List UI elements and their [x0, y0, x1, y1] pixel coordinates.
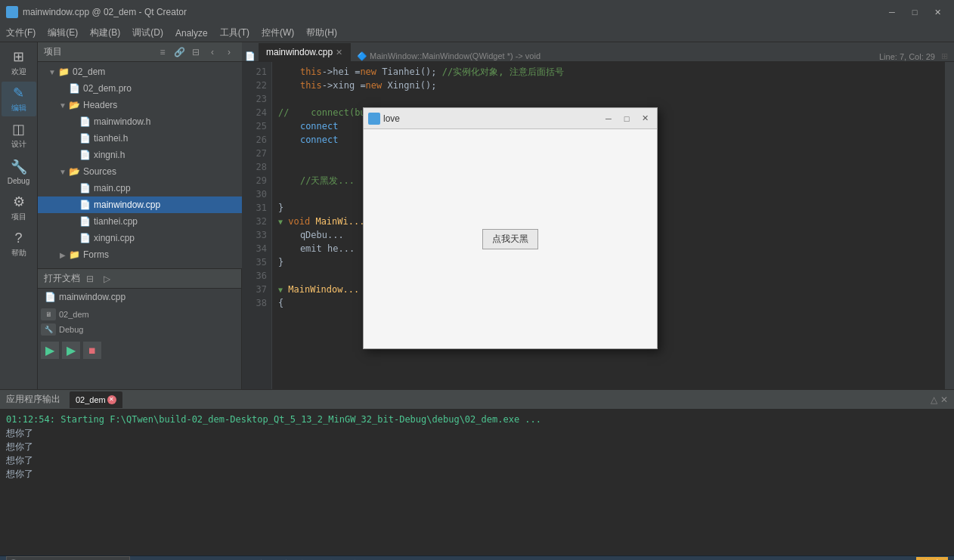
minimize-button[interactable]: ─ — [881, 5, 903, 20]
code-line-22: this->xing =new Xingni(); — [278, 79, 437, 92]
bottom-tab-close-icon[interactable]: ✕ — [107, 395, 116, 404]
tree-item-label: xingni.h — [94, 150, 125, 160]
open-doc-label: mainwindow.cpp — [59, 292, 125, 302]
close-button[interactable]: ✕ — [927, 5, 948, 20]
tree-item-pro[interactable]: 📄 02_dem.pro — [38, 80, 242, 97]
editor-area: 📄 mainwindow.cpp ✕ 🔷 MainWindow::MainWin… — [242, 42, 954, 389]
bottom-tab-label: 02_dem — [76, 395, 106, 404]
nav-back-btn[interactable]: ‹ — [206, 45, 219, 59]
tree-item-label: mainwindow.h — [94, 116, 150, 127]
h-file-icon: 📄 — [79, 116, 91, 128]
cpp-file-icon: 📄 — [79, 232, 91, 244]
code-line-29: //天黑发... — [278, 174, 355, 187]
bottom-panel-close-btn[interactable]: ✕ — [940, 394, 948, 405]
sidebar-icons: ⊞ 欢迎 ✎ 编辑 ◫ 设计 🔧 Debug ⚙ 项目 ? 帮助 — [0, 42, 38, 389]
run-button[interactable]: ▶ — [41, 342, 59, 359]
vertical-scrollbar[interactable] — [945, 62, 954, 389]
tree-arrow: ▼ — [57, 101, 68, 110]
window-title: mainwindow.cpp @ 02_dem - Qt Creator — [23, 7, 881, 17]
editor-tab-mainwindow[interactable]: mainwindow.cpp ✕ — [259, 43, 351, 61]
dialog-minimize-btn[interactable]: ─ — [601, 112, 616, 125]
tree-item-forms[interactable]: ▶ 📁 Forms — [38, 246, 242, 263]
tree-item-xingni-h[interactable]: 📄 xingni.h — [38, 147, 242, 163]
output-line-3: 想你了 — [6, 440, 948, 453]
tab-bar-icon: 📄 — [245, 51, 256, 61]
sidebar-debug[interactable]: 🔧 Debug — [2, 154, 36, 189]
sidebar-welcome[interactable]: ⊞ 欢迎 — [2, 45, 36, 80]
open-doc-item-mainwindow[interactable]: 📄 mainwindow.cpp — [38, 289, 241, 305]
menu-controls[interactable]: 控件(W) — [256, 24, 300, 42]
nav-fwd-btn[interactable]: › — [222, 45, 236, 59]
cursor-position: Line: 7, Col: 29 — [879, 52, 935, 61]
menu-build[interactable]: 构建(B) — [84, 24, 126, 42]
sidebar-edit[interactable]: ✎ 编辑 — [2, 82, 36, 116]
window-controls: ─ □ ✕ — [881, 5, 948, 20]
open-docs-title: 打开文档 — [44, 272, 80, 285]
sidebar-help[interactable]: ? 帮助 — [2, 227, 36, 261]
menu-tools[interactable]: 工具(T) — [214, 24, 256, 42]
code-line-35: } — [278, 255, 283, 269]
maximize-button[interactable]: □ — [904, 5, 925, 20]
output-content: 01:12:54: Starting F:\QTwen\build-02_dem… — [0, 410, 954, 555]
tree-item-label: Forms — [83, 249, 109, 260]
tree-arrow: ▶ — [57, 251, 68, 259]
dialog-close-btn[interactable]: ✕ — [637, 112, 652, 125]
dialog-body: 点我天黑 — [364, 129, 657, 348]
h-file-icon: 📄 — [79, 149, 91, 161]
tree-item-label: mainwindow.cpp — [94, 200, 160, 210]
menu-file[interactable]: 文件(F) — [0, 24, 42, 42]
menu-debug[interactable]: 调试(D) — [126, 24, 169, 42]
output-line-1: 01:12:54: Starting F:\QTwen\build-02_dem… — [6, 413, 948, 426]
debug-screen-icon: 🖥 — [45, 311, 52, 318]
tree-item-mainwindow-h[interactable]: 📄 mainwindow.h — [38, 113, 242, 130]
output-line-5: 想你了 — [6, 467, 948, 481]
tree-item-tianhei-cpp[interactable]: 📄 tianhei.cpp — [38, 213, 242, 230]
sidebar-projects[interactable]: ⚙ 项目 — [2, 190, 36, 225]
code-line-38: { — [278, 296, 283, 310]
tree-item-tianhei-h[interactable]: 📄 tianhei.h — [38, 130, 242, 147]
expand-icon[interactable]: ⊞ — [941, 51, 948, 61]
tree-item-label: xingni.cpp — [94, 233, 135, 243]
menu-bar: 文件(F) 编辑(E) 构建(B) 调试(D) Analyze 工具(T) 控件… — [0, 24, 954, 42]
menu-edit[interactable]: 编辑(E) — [42, 24, 84, 42]
tab-close-icon[interactable]: ✕ — [336, 48, 342, 57]
run-debug-button[interactable]: ▶ — [62, 342, 80, 359]
stop-button[interactable]: ⏹ — [83, 342, 101, 359]
sidebar-projects-label: 项目 — [11, 212, 26, 222]
open-docs-btn2[interactable]: ▷ — [100, 272, 113, 286]
code-line-34: emit he... — [278, 242, 355, 255]
h-file-icon: 📄 — [79, 132, 91, 144]
sidebar-debug-label: Debug — [8, 177, 29, 185]
tree-item-mainwindow-cpp[interactable]: 📄 mainwindow.cpp — [38, 196, 242, 213]
tree-item-label: tianhei.h — [94, 133, 128, 144]
tree-item-headers[interactable]: ▼ 📂 Headers — [38, 97, 242, 113]
title-bar: mainwindow.cpp @ 02_dem - Qt Creator ─ □… — [0, 0, 954, 24]
dialog-app-icon — [368, 113, 380, 125]
code-line-25: connect — [278, 119, 338, 133]
tree-item-main-cpp[interactable]: 📄 main.cpp — [38, 180, 242, 196]
code-line-26: connect — [278, 133, 338, 147]
bottom-panel-expand-btn[interactable]: △ — [931, 394, 937, 405]
menu-analyze[interactable]: Analyze — [169, 24, 214, 42]
link-btn[interactable]: 🔗 — [172, 45, 186, 59]
tree-item-xingni-cpp[interactable]: 📄 xingni.cpp — [38, 230, 242, 246]
open-docs-btn1[interactable]: ⊟ — [83, 272, 97, 286]
open-doc-icon: 📄 — [44, 291, 56, 303]
tree-item-label: Headers — [83, 100, 117, 110]
tree-item-02_dem[interactable]: ▼ 📁 02_dem — [38, 63, 242, 80]
menu-help[interactable]: 帮助(H) — [300, 24, 343, 42]
tree-item-sources[interactable]: ▼ 📂 Sources — [38, 163, 242, 180]
filter-btn[interactable]: ≡ — [156, 45, 169, 59]
dialog-action-button[interactable]: 点我天黑 — [482, 229, 538, 249]
bottom-panel-title: 应用程序输出 — [6, 393, 60, 406]
build-button[interactable]: 构建 — [916, 557, 948, 560]
bottom-tab-02dem[interactable]: 02_dem ✕ — [70, 391, 122, 408]
dialog-maximize-btn[interactable]: □ — [619, 112, 634, 125]
dialog-title: love — [383, 113, 598, 124]
sidebar-design[interactable]: ◫ 设计 — [2, 118, 36, 153]
collapse-btn[interactable]: ⊟ — [189, 45, 203, 59]
output-line-4: 想你了 — [6, 453, 948, 467]
sidebar-welcome-label: 欢迎 — [11, 67, 26, 77]
status-bar-right: 构建 — [916, 557, 948, 560]
edit-icon: ✎ — [13, 85, 24, 101]
